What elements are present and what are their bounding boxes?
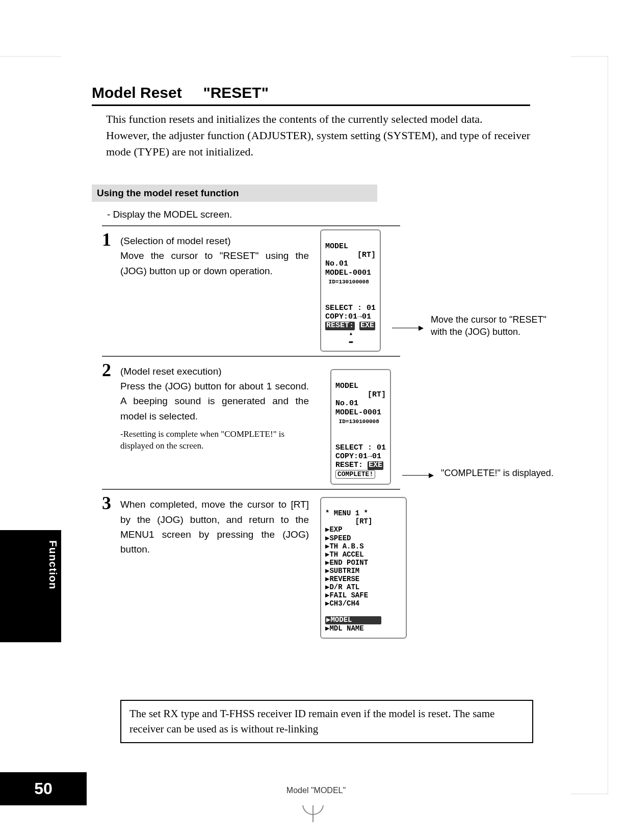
step-1-rule-top — [102, 225, 400, 226]
lcd1-l2: [RT] — [325, 251, 376, 259]
lcd-screen-1: MODEL [RT] No.01 MODEL-0001 ID=130100008… — [320, 229, 381, 352]
lcd2-reset-label: RESET: — [335, 461, 363, 469]
lcd3-item: ▶SUBTRIM — [325, 567, 359, 575]
lcd3-title: * MENU 1 * — [325, 509, 368, 517]
step-2-note: -Resetting is complete when "COMPLETE!" … — [120, 429, 319, 452]
crop-rule-right — [608, 56, 608, 794]
step-2-body: Press the (JOG) button for about 1 secon… — [120, 381, 309, 422]
lcd3-item: ▶TH A.B.S — [325, 542, 364, 550]
lcd1-l5: ID=130100008 — [325, 279, 369, 285]
lcd2-l2: [RT] — [335, 390, 386, 399]
footer-text: Model "MODEL" — [286, 786, 346, 795]
step-3-rule-top — [102, 489, 400, 490]
page-number: 50 — [0, 772, 87, 805]
lcd1-l4: MODEL-0001 — [325, 269, 371, 277]
side-tab-label: Function — [0, 530, 59, 590]
lcd3-item: ▶REVERSE — [325, 575, 359, 583]
lcd2-l3: No.01 — [335, 399, 358, 408]
title-quote-close: " — [262, 84, 269, 101]
lcd1-l1: MODEL — [325, 242, 348, 251]
lcd1-exe: EXE — [359, 322, 375, 330]
step-1: 1 (Selection of model reset) Move the cu… — [92, 229, 530, 352]
lcd3-item: ▶SPEED — [325, 534, 351, 542]
lcd3-item: ▶D/R ATL — [325, 583, 359, 591]
lcd3-item: ▶END POINT — [325, 559, 368, 567]
lcd2-l6: SELECT : 01 — [335, 443, 386, 452]
step-1-heading: (Selection of model reset) — [120, 235, 231, 246]
step-2-heading: (Model reset execution) — [120, 366, 222, 377]
lcd2-l1: MODEL — [335, 382, 358, 390]
lcd2-l4: MODEL-0001 — [335, 408, 381, 417]
lcd3-item: ▶FAIL SAFE — [325, 591, 368, 599]
lcd3-item: ▶EXP — [325, 526, 343, 534]
lcd1-l6: SELECT : 01 — [325, 304, 376, 312]
step-1-callout: Move the cursor to "RESET" with the (JOG… — [431, 313, 558, 338]
note-box: The set RX type and T-FHSS receiver ID r… — [120, 700, 533, 743]
step-3-number: 3 — [102, 494, 120, 512]
lcd2-exe: EXE — [368, 461, 383, 470]
step-2-rule-top — [102, 356, 400, 357]
antenna-icon: ▴▬ — [325, 330, 376, 346]
title-rule — [92, 104, 530, 106]
step-2: 2 (Model reset execution) Press the (JOG… — [92, 360, 530, 485]
step-3: 3 When completed, move the cursor to [RT… — [92, 493, 530, 639]
step-1-body: Move the cursor to "RESET" using the (JO… — [120, 250, 309, 276]
title-quote-open: " — [203, 84, 210, 101]
lcd3-item: ▶MDL NAME — [325, 624, 364, 633]
lcd-screen-3: * MENU 1 * [RT] ▶EXP ▶SPEED ▶TH A.B.S ▶T… — [320, 497, 407, 639]
step-2-callout: "COMPLETE!" is displayed. — [441, 467, 568, 479]
lcd1-l7: COPY:01→01 — [325, 312, 371, 321]
lcd3-item: ▶TH ACCEL — [325, 550, 364, 559]
arrow-icon — [402, 475, 433, 476]
side-tab: Function — [0, 530, 61, 642]
arrow-icon — [392, 328, 423, 328]
section-heading: Using the model reset function — [92, 185, 377, 202]
page-title: Model Reset "RESET" — [92, 84, 530, 101]
intro-paragraph-2: However, the adjuster function (ADJUSTER… — [92, 127, 530, 160]
lcd2-complete: COMPLETE! — [335, 470, 375, 479]
display-instruction: - Display the MODEL screen. — [107, 209, 530, 220]
page: Function Model Reset "RESET" This functi… — [61, 0, 571, 805]
lcd2-l5: ID=130100008 — [335, 418, 379, 425]
step-3-body: When completed, move the cursor to [RT] … — [120, 497, 309, 557]
step-2-number: 2 — [102, 361, 120, 379]
lcd2-l7: COPY:01→01 — [335, 452, 381, 461]
lcd1-reset-label: RESET: — [325, 322, 355, 330]
lcd1-l3: No.01 — [325, 259, 348, 268]
step-1-number: 1 — [102, 230, 120, 249]
lcd3-item: ▶CH3/CH4 — [325, 599, 359, 608]
lcd-screen-2: MODEL [RT] No.01 MODEL-0001 ID=130100008… — [330, 369, 391, 485]
title-main: Model Reset — [92, 84, 182, 101]
lcd3-rt: [RT] — [325, 517, 372, 526]
lcd3-selected: ▶MODEL — [325, 616, 381, 624]
intro-paragraph-1: This function resets and initializes the… — [92, 111, 530, 127]
title-reset-word: RESET — [211, 84, 262, 101]
